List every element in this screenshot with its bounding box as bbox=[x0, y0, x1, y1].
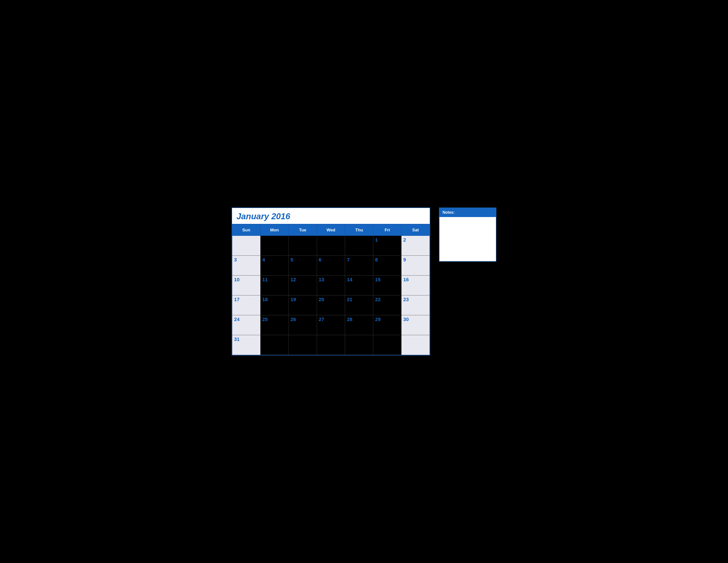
day-number: 5 bbox=[291, 257, 293, 262]
calendar-cell: 6 bbox=[317, 256, 345, 275]
header-thu: Thu bbox=[345, 224, 373, 236]
day-number: 9 bbox=[403, 257, 406, 262]
day-number: 12 bbox=[291, 277, 296, 283]
calendar-week-row: 17181920212223 bbox=[232, 296, 430, 315]
day-number: 23 bbox=[403, 297, 409, 302]
day-number: 20 bbox=[319, 297, 324, 302]
day-number: 31 bbox=[234, 337, 240, 342]
calendar-cell: 24 bbox=[232, 315, 261, 335]
calendar-cell bbox=[260, 236, 289, 256]
calendar-cell: 16 bbox=[402, 275, 430, 296]
notes-panel: Notes: bbox=[439, 207, 496, 261]
calendar-cell: 14 bbox=[345, 275, 373, 296]
header-sun: Sun bbox=[232, 224, 261, 236]
header-fri: Fri bbox=[373, 224, 402, 236]
header-wed: Wed bbox=[317, 224, 345, 236]
calendar-week-row: 24252627282930 bbox=[232, 315, 430, 335]
day-number: 22 bbox=[375, 297, 381, 302]
calendar-cell bbox=[373, 335, 402, 355]
calendar-cell: 17 bbox=[232, 296, 261, 315]
calendar-cell: 8 bbox=[373, 256, 402, 275]
calendar-cell: 7 bbox=[345, 256, 373, 275]
calendar-cell bbox=[260, 335, 289, 355]
day-number: 6 bbox=[319, 257, 321, 262]
day-number: 11 bbox=[262, 277, 268, 283]
page-container: January 2016 Sun Mon Tue Wed Thu Fri Sat… bbox=[232, 207, 496, 356]
calendar-week-row: 12 bbox=[232, 236, 430, 256]
calendar-cell: 20 bbox=[317, 296, 345, 315]
calendar-cell: 1 bbox=[373, 236, 402, 256]
day-number: 3 bbox=[234, 257, 237, 262]
calendar-cell: 30 bbox=[402, 315, 430, 335]
calendar-cell: 29 bbox=[373, 315, 402, 335]
calendar-title-bar: January 2016 bbox=[232, 208, 430, 224]
calendar-cell: 9 bbox=[402, 256, 430, 275]
day-number: 2 bbox=[403, 237, 406, 242]
calendar-cell: 21 bbox=[345, 296, 373, 315]
calendar-cell: 15 bbox=[373, 275, 402, 296]
calendar-cell bbox=[289, 335, 317, 355]
day-number: 10 bbox=[234, 277, 240, 283]
calendar-week-row: 31 bbox=[232, 335, 430, 355]
day-number: 30 bbox=[403, 317, 409, 322]
calendar-cell: 26 bbox=[289, 315, 317, 335]
day-number: 8 bbox=[375, 257, 378, 262]
calendar-cell: 22 bbox=[373, 296, 402, 315]
day-number: 13 bbox=[319, 277, 324, 283]
calendar-cell: 2 bbox=[402, 236, 430, 256]
calendar-cell: 3 bbox=[232, 256, 261, 275]
calendar-title: January 2016 bbox=[236, 211, 290, 221]
calendar-cell: 4 bbox=[260, 256, 289, 275]
notes-body[interactable] bbox=[439, 217, 496, 261]
calendar-cell: 18 bbox=[260, 296, 289, 315]
calendar-grid: Sun Mon Tue Wed Thu Fri Sat 123456789101… bbox=[232, 224, 430, 355]
day-number: 16 bbox=[403, 277, 409, 283]
calendar-cell bbox=[232, 236, 261, 256]
calendar-cell bbox=[345, 335, 373, 355]
calendar-cell: 25 bbox=[260, 315, 289, 335]
day-number: 15 bbox=[375, 277, 381, 283]
header-tue: Tue bbox=[289, 224, 317, 236]
day-number: 19 bbox=[291, 297, 296, 302]
calendar-week-row: 10111213141516 bbox=[232, 275, 430, 296]
day-number: 28 bbox=[347, 317, 352, 322]
day-number: 14 bbox=[347, 277, 352, 283]
calendar-week-row: 3456789 bbox=[232, 256, 430, 275]
calendar-cell bbox=[345, 236, 373, 256]
calendar-cell bbox=[402, 335, 430, 355]
day-number: 26 bbox=[291, 317, 296, 322]
day-number: 29 bbox=[375, 317, 381, 322]
day-number: 21 bbox=[347, 297, 352, 302]
calendar-cell: 31 bbox=[232, 335, 261, 355]
calendar-cell: 11 bbox=[260, 275, 289, 296]
notes-title: Notes: bbox=[439, 208, 496, 217]
day-number: 7 bbox=[347, 257, 349, 262]
day-number: 18 bbox=[262, 297, 268, 302]
calendar-cell: 27 bbox=[317, 315, 345, 335]
calendar-body: 1234567891011121314151617181920212223242… bbox=[232, 236, 430, 355]
calendar-cell: 10 bbox=[232, 275, 261, 296]
calendar-cell bbox=[317, 236, 345, 256]
calendar-cell: 23 bbox=[402, 296, 430, 315]
calendar-cell: 13 bbox=[317, 275, 345, 296]
day-number: 25 bbox=[262, 317, 268, 322]
header-mon: Mon bbox=[260, 224, 289, 236]
day-number: 24 bbox=[234, 317, 240, 322]
calendar-cell: 12 bbox=[289, 275, 317, 296]
day-number: 1 bbox=[375, 237, 378, 242]
calendar: January 2016 Sun Mon Tue Wed Thu Fri Sat… bbox=[232, 207, 430, 356]
day-number: 4 bbox=[262, 257, 265, 262]
calendar-cell bbox=[317, 335, 345, 355]
day-number: 17 bbox=[234, 297, 240, 302]
day-number: 27 bbox=[319, 317, 324, 322]
calendar-cell bbox=[289, 236, 317, 256]
day-header-row: Sun Mon Tue Wed Thu Fri Sat bbox=[232, 224, 430, 236]
calendar-cell: 19 bbox=[289, 296, 317, 315]
calendar-cell: 28 bbox=[345, 315, 373, 335]
header-sat: Sat bbox=[402, 224, 430, 236]
calendar-cell: 5 bbox=[289, 256, 317, 275]
